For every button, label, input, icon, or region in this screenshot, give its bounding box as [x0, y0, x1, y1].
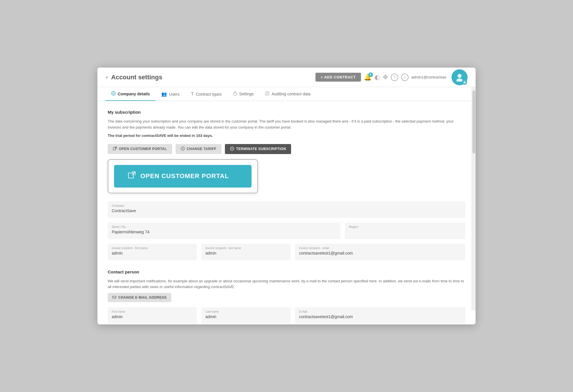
help-icon[interactable]: ? [391, 74, 398, 81]
tab-company-details[interactable]: Company details [105, 87, 156, 101]
contact-email-label: E-mail [299, 310, 461, 313]
region-label: Region [349, 225, 461, 228]
topbar: « Account settings + ADD CONTRACT 🔔 6 ◐ … [97, 68, 476, 87]
change-tariff-label: CHANGE TARIFF [187, 147, 217, 151]
contact-email-value: contractsavetest1@gmail.com [299, 314, 461, 319]
invoice-first-field: Invoice recipient - first name admin [108, 244, 197, 260]
invoice-first-value: admin [112, 251, 193, 255]
company-label: Company [112, 204, 461, 207]
notification-badge: 6 [368, 72, 373, 77]
contact-last-value: admin [205, 314, 286, 319]
svg-rect-19 [113, 296, 116, 298]
company-row: Company ContractSave [108, 201, 465, 218]
contact-section: Contact person We will send important no… [108, 269, 465, 324]
svg-rect-2 [464, 82, 466, 83]
highlight-container: OPEN CUSTOMER PORTAL [108, 159, 465, 193]
scrollbar[interactable] [472, 87, 476, 310]
invoice-email-value: contractsavetest1@gmail.com [299, 251, 461, 255]
invoice-first-label: Invoice recipient - first name [112, 247, 193, 250]
trial-notice: The trial period for contractSAVE will b… [108, 133, 465, 138]
admin-email: admin1@contractsav [411, 75, 446, 79]
minus-circle-icon [181, 147, 185, 151]
lock-icon [233, 91, 237, 97]
avatar[interactable] [452, 69, 468, 85]
svg-rect-17 [128, 173, 134, 178]
invoice-email-label: Invoice recipient - email [299, 247, 461, 250]
lock-badge [462, 80, 467, 85]
terminate-label: TERMINATE SUBSCRIPTION [236, 147, 286, 151]
svg-point-0 [458, 74, 462, 78]
contact-last-label: Last name [205, 310, 286, 313]
contact-first-field: First name admin [108, 307, 197, 324]
tab-users[interactable]: 👥 Users [156, 87, 185, 101]
contact-name-row: First name admin Last name admin E-mail … [108, 307, 465, 324]
topbar-right: + ADD CONTRACT 🔔 6 ◐ ✥ ? ☺ admin1@contra… [315, 69, 468, 85]
contract-types-icon: T [191, 92, 194, 97]
contact-title: Contact person [108, 269, 465, 274]
invoice-row: Invoice recipient - first name admin Inv… [108, 244, 465, 260]
open-portal-large-label: OPEN CUSTOMER PORTAL [140, 172, 229, 180]
auditing-icon [265, 91, 270, 97]
invoice-last-label: Invoice recipient - last name [205, 247, 286, 250]
subscription-title: My subscription [108, 110, 465, 115]
open-customer-portal-button-small[interactable]: OPEN CUSTOMER PORTAL [108, 144, 172, 154]
settings-icon[interactable]: ✥ [383, 74, 388, 81]
tab-users-label: Users [169, 92, 180, 96]
terminate-icon [230, 147, 234, 151]
contact-last-field: Last name admin [201, 307, 291, 324]
tab-settings-label: Settings [239, 92, 254, 96]
company-value: ContractSave [112, 208, 461, 213]
open-customer-portal-button-large[interactable]: OPEN CUSTOMER PORTAL [114, 165, 252, 188]
back-chevron[interactable]: « [105, 74, 108, 80]
terminate-subscription-button[interactable]: TERMINATE SUBSCRIPTION [225, 144, 291, 154]
page-title: Account settings [111, 74, 162, 81]
portal-link-icon [128, 171, 136, 181]
open-portal-small-label: OPEN CUSTOMER PORTAL [119, 147, 167, 151]
svg-rect-11 [113, 147, 116, 150]
email-icon [112, 296, 116, 300]
region-field: Region [345, 222, 465, 239]
subscription-desc: The data concerning your subscription an… [108, 119, 465, 131]
street-row: Street / No. Papiermühlenweg 74 Region [108, 222, 465, 239]
tab-auditing[interactable]: Auditing contract data [259, 87, 316, 101]
invoice-last-field: Invoice recipient - last name admin [201, 244, 291, 260]
street-label: Street / No. [112, 225, 336, 228]
half-circle-icon[interactable]: ◐ [374, 74, 380, 81]
street-value: Papiermühlenweg 74 [112, 230, 336, 234]
tab-company-details-label: Company details [118, 92, 150, 96]
topbar-title: « Account settings [105, 74, 162, 81]
contact-first-label: First name [112, 310, 193, 313]
subscription-section: My subscription The data concerning your… [108, 110, 465, 260]
tab-contract-types-label: Contract types [196, 92, 221, 96]
tabs-bar: Company details 👥 Users T Contract types… [97, 87, 476, 101]
add-contract-button[interactable]: + ADD CONTRACT [315, 73, 361, 82]
svg-point-4 [113, 92, 114, 94]
external-link-icon [113, 147, 117, 151]
main-content: My subscription The data concerning your… [97, 101, 476, 324]
tab-contract-types[interactable]: T Contract types [185, 88, 227, 101]
change-email-button[interactable]: CHANGE E-MAIL ADDRESS [108, 293, 171, 302]
contact-first-value: admin [112, 314, 193, 319]
action-buttons-row: OPEN CUSTOMER PORTAL CHANGE TARIFF TERMI… [108, 144, 465, 154]
change-email-label: CHANGE E-MAIL ADDRESS [118, 296, 167, 300]
company-field: Company ContractSave [108, 201, 465, 218]
highlight-box: OPEN CUSTOMER PORTAL [108, 159, 258, 193]
tab-settings[interactable]: Settings [227, 87, 260, 101]
scrollbar-thumb [472, 90, 475, 153]
users-icon: 👥 [161, 91, 167, 97]
change-tariff-button[interactable]: CHANGE TARIFF [176, 144, 222, 154]
street-field: Street / No. Papiermühlenweg 74 [108, 222, 340, 239]
company-icon [111, 91, 116, 97]
tab-auditing-label: Auditing contract data [272, 92, 310, 96]
contact-email-field: E-mail contractsavetest1@gmail.com [295, 307, 465, 324]
invoice-email-field: Invoice recipient - email contractsavete… [295, 244, 465, 260]
smiley-icon[interactable]: ☺ [401, 74, 409, 81]
svg-rect-9 [233, 93, 237, 95]
invoice-last-value: admin [205, 251, 286, 255]
contact-desc: We will send important notifications, fo… [108, 278, 465, 290]
app-window: « Account settings + ADD CONTRACT 🔔 6 ◐ … [97, 68, 476, 324]
bell-icon[interactable]: 🔔 6 [364, 74, 372, 81]
